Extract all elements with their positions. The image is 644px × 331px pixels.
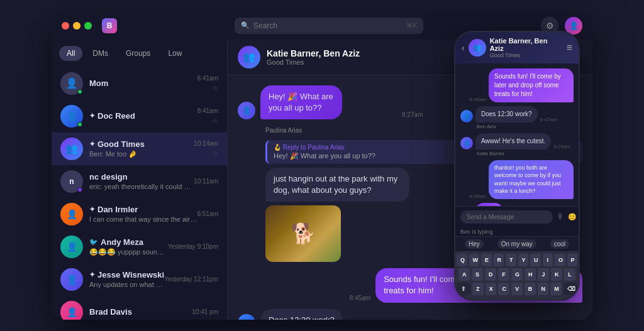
phone-message-bubble: thanks!! you both are welcome to come by… bbox=[489, 160, 574, 199]
suggestion-cool[interactable]: cool bbox=[550, 239, 569, 249]
list-item-meta: 10:41 pm bbox=[192, 308, 218, 315]
star-icon[interactable]: ☆ bbox=[212, 149, 218, 158]
list-item[interactable]: 👤 Brad Davis 10:41 pm bbox=[52, 296, 227, 320]
contact-name: 🐦 Andy Meza bbox=[89, 237, 168, 247]
phone-message-group: 👤 Does 12:30 work? 8:47am Ben Aziz bbox=[460, 106, 574, 129]
key-v[interactable]: V bbox=[511, 283, 523, 295]
list-item[interactable]: 👤 Mom 6:41am ☆ bbox=[52, 67, 227, 100]
key-l[interactable]: L bbox=[564, 268, 575, 281]
suggestion-onmyway[interactable]: On my way bbox=[497, 239, 536, 249]
suggestion-hey[interactable]: Hey bbox=[465, 239, 484, 249]
key-k[interactable]: K bbox=[551, 268, 562, 281]
phone-messages: 8:45am Sounds fun! I'll come by later an… bbox=[455, 63, 579, 206]
phone-message-row: 👤 Does 12:30 work? 8:47am bbox=[460, 106, 574, 122]
search-bar[interactable]: 🔍 ⌘K bbox=[235, 18, 423, 34]
list-item[interactable]: n nc design eric: yeah theoretically it … bbox=[52, 165, 227, 198]
key-j[interactable]: J bbox=[538, 268, 549, 281]
key-c[interactable]: C bbox=[498, 283, 509, 295]
maximize-button[interactable] bbox=[84, 22, 92, 30]
key-u[interactable]: U bbox=[530, 254, 541, 266]
message-time: Yesterday 12:11pm bbox=[164, 276, 218, 283]
menu-icon[interactable]: ≡ bbox=[567, 42, 572, 53]
key-r[interactable]: R bbox=[494, 254, 504, 266]
tab-groups[interactable]: Groups bbox=[118, 46, 158, 61]
key-e[interactable]: E bbox=[481, 254, 492, 266]
message-preview: I can come that way since the airport is… bbox=[89, 215, 197, 223]
key-a[interactable]: A bbox=[458, 268, 470, 281]
key-s[interactable]: S bbox=[472, 268, 483, 281]
mic-icon[interactable]: 🎙 bbox=[557, 212, 564, 221]
avatar: 👤 bbox=[60, 203, 83, 225]
list-item-meta: 8:41am ☆ bbox=[197, 107, 218, 125]
search-icon: 🔍 bbox=[241, 21, 250, 30]
list-item-info: Mom bbox=[89, 79, 197, 88]
chat-avatar: 👥 bbox=[238, 46, 260, 68]
chat-header-info: Katie Barner, Ben Aziz Good Times bbox=[267, 48, 360, 66]
star-icon[interactable]: ☆ bbox=[212, 117, 218, 125]
list-item-meta: Yesterday 12:11pm bbox=[164, 276, 218, 283]
message-preview: Any updates on what I need for The Gen..… bbox=[89, 281, 164, 288]
key-m[interactable]: M bbox=[550, 283, 562, 295]
message-avatar: 👤 bbox=[238, 102, 255, 119]
key-x[interactable]: X bbox=[486, 283, 497, 295]
list-item[interactable]: 👥 ✦ Good Times Ben: Me too 🤌 10:14am ☆ bbox=[52, 133, 227, 165]
dog-photo: 🐕 bbox=[265, 205, 341, 262]
list-item[interactable]: 👤 ✦ Dan Irmler I can come that way since… bbox=[52, 198, 227, 231]
message-row: 👤 Does 12:30 work? 8:47am bbox=[238, 309, 582, 320]
phone-overlay: ‹ 👥 Katie Barner, Ben Aziz Good Times ≡ … bbox=[454, 31, 580, 301]
online-indicator bbox=[77, 122, 82, 127]
phone-msg-time: 9:39am bbox=[469, 193, 486, 199]
close-button[interactable] bbox=[62, 22, 69, 30]
phone-message-input[interactable] bbox=[460, 210, 553, 224]
list-item[interactable]: 👤 🐦 Andy Meza 😂😂😂 yupppp sounds about ri… bbox=[52, 231, 227, 263]
key-h[interactable]: H bbox=[525, 268, 536, 281]
tab-dms[interactable]: DMs bbox=[85, 46, 116, 61]
list-item[interactable]: 👤 ✦ Doc Reed 8:41am ☆ bbox=[52, 100, 227, 133]
phone-message-group: 👤 Awww! He's the cutest. 9:29am Katie Ba… bbox=[460, 133, 574, 156]
avatar: 👥 bbox=[60, 138, 83, 160]
keyboard-row-1: Q W E R T Y U I O P bbox=[457, 254, 577, 266]
list-item[interactable]: 👤 ✦ Jesse Wisnewski Any updates on what … bbox=[52, 263, 227, 296]
key-backspace[interactable]: ⌫ bbox=[564, 283, 577, 295]
key-n[interactable]: N bbox=[538, 283, 549, 295]
key-q[interactable]: Q bbox=[457, 254, 467, 266]
phone-message-bubble: Awww! He's the cutest. bbox=[475, 133, 551, 149]
key-g[interactable]: G bbox=[511, 268, 523, 281]
key-i[interactable]: I bbox=[543, 254, 553, 266]
list-item-info: nc design eric: yeah theoretically it co… bbox=[89, 172, 194, 190]
phone-chat-group: Good Times bbox=[490, 52, 563, 58]
message-bubble: Does 12:30 work? bbox=[260, 309, 343, 320]
contact-name: Brad Davis bbox=[89, 307, 192, 317]
key-shift[interactable]: ⇧ bbox=[457, 283, 470, 295]
message-time: 8:45am bbox=[350, 295, 370, 303]
search-input[interactable] bbox=[253, 21, 402, 30]
keyboard-row-2: A S D F G H J K L bbox=[457, 268, 577, 281]
phone-header: ‹ 👥 Katie Barner, Ben Aziz Good Times ≡ bbox=[455, 32, 579, 63]
key-z[interactable]: Z bbox=[472, 283, 484, 295]
tab-low[interactable]: Low bbox=[160, 46, 189, 61]
key-f[interactable]: F bbox=[498, 268, 509, 281]
tab-all[interactable]: All bbox=[59, 46, 82, 61]
list-item-meta: 6:51am bbox=[197, 210, 218, 217]
key-p[interactable]: P bbox=[567, 254, 578, 266]
message-time: 10:14am bbox=[194, 140, 218, 147]
message-preview: eric: yeah theoretically it could even s… bbox=[89, 183, 194, 190]
avatar: 👤 bbox=[60, 105, 83, 128]
phone-header-info: Katie Barner, Ben Aziz Good Times bbox=[490, 37, 563, 58]
minimize-button[interactable] bbox=[73, 22, 80, 30]
traffic-lights bbox=[62, 22, 92, 30]
key-w[interactable]: W bbox=[469, 254, 480, 266]
typing-indicator: Ben is typing bbox=[455, 227, 579, 236]
key-t[interactable]: T bbox=[506, 254, 516, 266]
list-item-info: ✦ Dan Irmler I can come that way since t… bbox=[89, 205, 197, 223]
contact-name: Mom bbox=[89, 79, 197, 88]
badge-icon: ✦ bbox=[89, 140, 95, 148]
key-o[interactable]: O bbox=[555, 254, 565, 266]
star-icon[interactable]: ☆ bbox=[212, 84, 218, 92]
key-d[interactable]: D bbox=[485, 268, 496, 281]
key-y[interactable]: Y bbox=[518, 254, 529, 266]
key-b[interactable]: B bbox=[525, 283, 536, 295]
back-icon[interactable]: ‹ bbox=[462, 43, 465, 53]
emoji-icon[interactable]: 😊 bbox=[568, 213, 577, 221]
contact-name: ✦ Good Times bbox=[89, 139, 194, 149]
